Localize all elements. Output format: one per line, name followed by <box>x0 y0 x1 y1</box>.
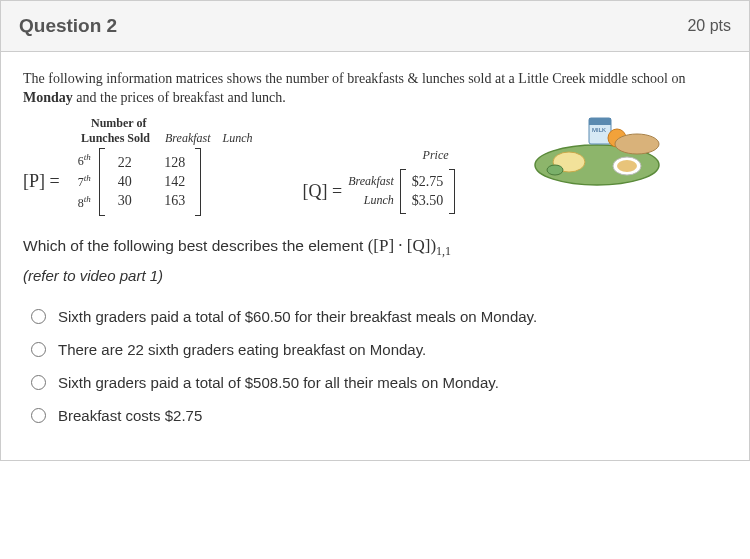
matrix-p-cells: 22128 40142 30163 <box>105 148 195 216</box>
svg-point-6 <box>615 134 659 154</box>
option-4-radio[interactable] <box>31 408 46 423</box>
option-3-radio[interactable] <box>31 375 46 390</box>
option-4-label: Breakfast costs $2.75 <box>58 407 202 424</box>
svg-point-9 <box>547 165 563 175</box>
option-2[interactable]: There are 22 sixth graders eating breakf… <box>31 341 727 358</box>
matrix-p: Number of Lunches Sold Breakfast Lunch [… <box>23 116 253 216</box>
question-points: 20 pts <box>687 17 731 35</box>
matrix-p-title1: Number of <box>91 116 253 131</box>
option-1[interactable]: Sixth graders paid a total of $60.50 for… <box>31 308 727 325</box>
option-3-label: Sixth graders paid a total of $508.50 fo… <box>58 374 499 391</box>
option-1-label: Sixth graders paid a total of $60.50 for… <box>58 308 537 325</box>
question-content: The following information matrices shows… <box>0 52 750 461</box>
svg-point-8 <box>617 160 637 172</box>
matrix-p-title2: Lunches Sold <box>81 131 150 145</box>
answer-options: Sixth graders paid a total of $60.50 for… <box>31 308 727 424</box>
matrix-p-col2: Lunch <box>223 131 253 145</box>
lunch-tray-icon: MILK <box>527 110 667 190</box>
option-2-radio[interactable] <box>31 342 46 357</box>
option-1-radio[interactable] <box>31 309 46 324</box>
matrix-q-row-labels: Breakfast Lunch <box>348 170 394 212</box>
question-header: Question 2 20 pts <box>0 0 750 52</box>
svg-rect-3 <box>589 118 611 125</box>
option-2-label: There are 22 sixth graders eating breakf… <box>58 341 426 358</box>
question-text: Which of the following best describes th… <box>23 236 727 259</box>
option-3[interactable]: Sixth graders paid a total of $508.50 fo… <box>31 374 727 391</box>
matrix-q: Price [Q] = Breakfast Lunch $2.75 $3.50 <box>303 148 456 214</box>
matrix-q-title: Price <box>423 148 456 163</box>
intro-text: The following information matrices shows… <box>23 70 727 108</box>
matrix-q-cells: $2.75 $3.50 <box>406 169 450 214</box>
svg-text:MILK: MILK <box>592 127 606 133</box>
matrix-p-col1: Breakfast <box>165 131 211 145</box>
refer-text: (refer to video part 1) <box>23 267 727 284</box>
matrices-row: Number of Lunches Sold Breakfast Lunch [… <box>23 116 727 216</box>
question-title: Question 2 <box>19 15 117 37</box>
matrix-q-eq: [Q] = <box>303 181 343 202</box>
matrix-p-row-labels: 6th 7th 8th <box>78 148 91 215</box>
matrix-p-eq: [P] = <box>23 171 60 192</box>
option-4[interactable]: Breakfast costs $2.75 <box>31 407 727 424</box>
